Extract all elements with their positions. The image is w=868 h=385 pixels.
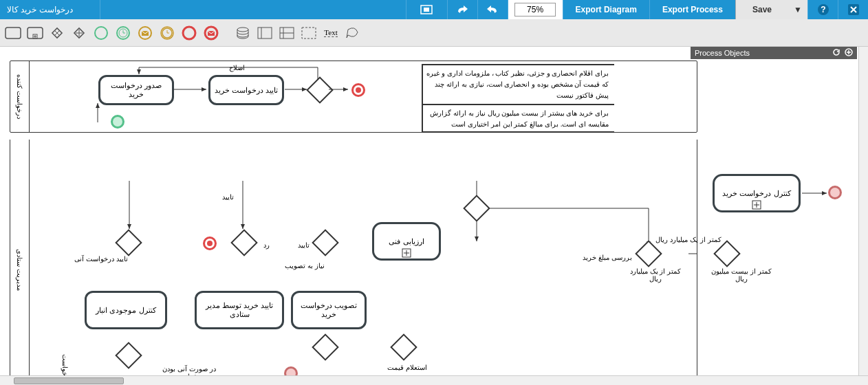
gateway-need-approval[interactable] [312,229,339,256]
vertical-scrollbar[interactable] [858,47,868,375]
lane-icon[interactable] [278,24,296,42]
label-reject: رد [263,241,270,249]
expand-icon[interactable] [752,200,761,211]
end-event-top[interactable] [351,83,365,97]
label-fix: اصلاح [229,64,245,72]
annotation-icon[interactable] [344,24,362,42]
label-review-amount: بررسی مبلغ خرید [580,254,635,261]
gateway-approve-mgr[interactable] [230,229,258,256]
gateway-stock[interactable] [115,342,142,369]
lane-header-1: درخواست کننده [10,61,30,132]
subprocess-tech-eval[interactable]: ارزیابی فنی [372,222,441,261]
task-approve-request[interactable]: تایید درخواست خرید [208,75,284,105]
label-price-inquiry: استعلام قیمت [387,364,427,371]
lane-requester: درخواست کننده صدور درخواست خرید تایید در… [10,60,697,133]
undo-icon[interactable] [477,0,508,19]
scrollbar-thumb[interactable] [14,377,124,384]
annotation-2[interactable]: برای خرید های بیشتر از بیست میلیون ریال … [422,104,614,133]
label-approve1: تایید [222,193,234,201]
task-stock-control[interactable]: کنترل موجودی انبار [85,291,167,329]
gateway-fix[interactable] [306,76,334,104]
label-lt1b: کمتر از یک میلیارد ریال [654,236,723,243]
gateway-price[interactable] [390,333,417,361]
end-event-icon[interactable] [180,24,198,42]
process-objects-bar[interactable]: Process Objects [691,47,857,59]
task-issue-request[interactable]: صدور درخواست خرید [98,75,174,105]
end-event-reject[interactable] [203,236,217,250]
expand-icon[interactable] [402,248,411,259]
text-tool[interactable]: Text [322,24,340,42]
label-need-approval: نیاز به تصویب [284,262,325,270]
task-icon[interactable] [4,24,22,42]
refresh-icon[interactable] [832,48,840,58]
svg-rect-5 [6,28,21,38]
label-instant: تایید درخواست آنی [74,255,128,263]
canvas-mode-icon[interactable] [406,0,447,19]
svg-rect-1 [424,8,429,12]
gateway-instant[interactable] [115,229,142,256]
gateway-after-approval[interactable] [312,333,339,361]
annotation-1[interactable]: برای اقلام انحصاری و جزئی، نظیر کتاب ، م… [422,64,614,105]
svg-rect-21 [258,28,272,38]
gateway-parallel-icon[interactable] [70,24,88,42]
gateway-exclusive-icon[interactable] [48,24,66,42]
export-process-button[interactable]: Export Process [649,0,735,19]
start-event-icon[interactable] [92,24,110,42]
start-timer-icon[interactable] [114,24,132,42]
svg-rect-26 [302,28,316,38]
top-bar: درخواست خرید کالا Export Diagram Export … [0,0,868,19]
export-diagram-button[interactable]: Export Diagram [563,0,649,19]
svg-text:?: ? [821,5,825,14]
start-message-icon[interactable] [136,24,154,42]
palette: Text [0,19,868,47]
subprocess-icon[interactable] [26,24,44,42]
gateway-20m[interactable] [713,240,741,267]
datastore-icon[interactable] [234,24,252,42]
close-icon[interactable] [838,0,868,19]
redo-icon[interactable] [447,0,477,19]
label-approve2: تایید [298,241,310,249]
canvas[interactable]: Process Objects درخواست کننده صدور درخوا… [0,47,868,385]
end-event-right[interactable] [828,186,842,199]
zoom-box [508,0,563,19]
save-button[interactable]: Save [735,0,788,19]
lane-header-2: مدیریت ستادی [10,140,30,385]
label-lt20m: کمتر از بیست میلیون ریال [710,267,772,283]
horizontal-scrollbar[interactable] [0,375,868,385]
add-object-icon[interactable] [845,48,853,58]
lane-management: مدیریت ستادی اصلاح درخواست تایید درخواست… [10,140,697,385]
subprocess-control-request[interactable]: کنترل درخواست خرید [713,174,801,212]
pool-icon[interactable] [256,24,274,42]
label-from1b: کمتر از یک میلیارد ریال [628,267,683,283]
gateway-eval[interactable] [463,195,490,222]
svg-point-10 [95,27,107,39]
task-approve-purchase[interactable]: تصویب درخواست خرید [291,291,367,329]
title: درخواست خرید کالا [0,0,100,19]
task-approve-mgr[interactable]: تایید خرید توسط مدیر ستادی [195,291,284,329]
end-message-icon[interactable] [202,24,220,42]
svg-point-17 [183,27,195,39]
svg-point-20 [237,28,248,32]
gateway-1b[interactable] [635,240,662,267]
start-event[interactable] [111,115,124,129]
process-objects-label: Process Objects [695,49,750,57]
group-icon[interactable] [300,24,318,42]
help-icon[interactable]: ? [807,0,838,19]
save-dropdown[interactable]: ▼ [788,0,807,19]
zoom-input[interactable] [514,3,556,16]
intermediate-timer-icon[interactable] [158,24,176,42]
